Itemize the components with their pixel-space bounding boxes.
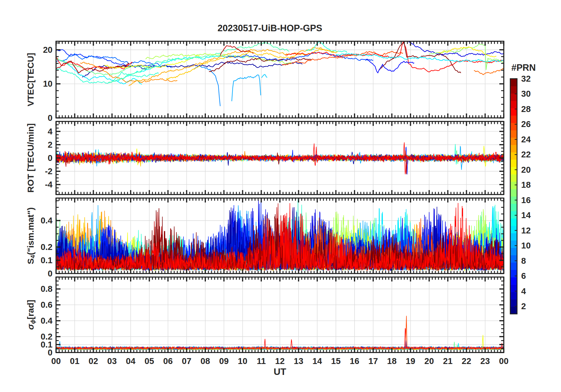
panel-rot: -4-2024	[45, 121, 504, 195]
colorbar-tick-label: 24	[521, 135, 531, 144]
colorbar-tick-label: 14	[521, 210, 531, 220]
colorbar-tick-label: 16	[521, 195, 531, 205]
panel-vtec: 01020	[43, 41, 504, 123]
y-tick-label-vtec: 10	[43, 79, 53, 88]
x-tick-label: 03	[107, 356, 117, 366]
colorbar-tick-label: 6	[521, 271, 526, 281]
colorbar-tick-label: 30	[521, 89, 531, 98]
y-tick-label-s4: 0.1	[41, 256, 53, 265]
y-tick-label-rot: 2	[48, 140, 53, 149]
scintillation-figure: 01020-4-202400.10.20.400.10.20.40.60.800…	[0, 0, 561, 392]
x-tick-label: 08	[201, 356, 210, 366]
panel-s4: 00.10.20.4	[41, 198, 504, 278]
vtec-series-prn-28	[56, 57, 132, 70]
phi-subscript: ϕ	[29, 319, 36, 324]
colorbar-label: #PRN	[506, 62, 541, 73]
sigma-units: [rad]	[26, 300, 36, 319]
x-axis-label: UT	[250, 366, 309, 377]
colorbar-tick-label: 10	[521, 241, 531, 250]
y-tick-label-vtec: 20	[43, 45, 53, 55]
x-tick-label: 11	[257, 356, 266, 366]
y-tick-label-s4: 0.4	[41, 216, 53, 225]
x-tick-label: 04	[126, 356, 135, 366]
x-tick-label: 21	[443, 356, 452, 366]
x-tick-label: 17	[368, 356, 378, 366]
s4-units: ("ism.mat")	[26, 207, 36, 255]
page-title: 20230517-UiB-HOP-GPS	[181, 23, 358, 34]
colorbar-tick-label: 12	[521, 226, 531, 235]
colorbar-tick-label: 8	[521, 256, 526, 266]
y-tick-label-vtec: 0	[48, 113, 53, 123]
x-tick-label: 10	[238, 356, 247, 366]
sigma-symbol: σ	[26, 324, 36, 330]
colorbar-tick-label: 18	[521, 180, 531, 190]
x-tick-label: 05	[145, 356, 154, 366]
colorbar-tick-label: 4	[521, 286, 526, 296]
vtec-series-prn-10	[232, 75, 261, 101]
y-tick-label-rot: -2	[45, 167, 53, 176]
y-tick-label-sigma-phi: 0.8	[41, 284, 53, 294]
y-tick-label-s4: 0	[48, 269, 53, 278]
x-tick-label: 13	[294, 356, 303, 366]
x-tick-label: 00	[51, 356, 61, 366]
x-tick-label: 00	[499, 356, 508, 366]
colorbar-tick-label: 22	[521, 150, 531, 159]
y-tick-label-rot: -4	[45, 180, 53, 189]
x-tick-label: 06	[163, 356, 173, 366]
colorbar-tick-label: 2	[521, 302, 526, 311]
x-tick-label: 23	[480, 356, 490, 366]
y-tick-label-s4: 0.2	[41, 242, 53, 252]
vtec-series-prn-12	[336, 53, 504, 62]
x-tick-label: 18	[387, 356, 396, 366]
x-tick-label: 02	[88, 356, 98, 366]
gridlines	[56, 277, 504, 353]
vtec-series-prn-25	[474, 69, 504, 75]
x-tick-label: 15	[331, 356, 341, 366]
y-tick-label-sigma-phi: 0.4	[41, 316, 53, 325]
vtec-series-prn-9	[194, 66, 220, 106]
y-axis-label-sigmaphi: σϕ[rad]	[24, 253, 37, 377]
x-tick-label: 07	[182, 356, 191, 366]
x-tick-label: 09	[219, 356, 229, 366]
x-tick-label: 22	[462, 356, 471, 366]
x-tick-label: 16	[350, 356, 359, 366]
chart-canvas: 01020-4-202400.10.20.400.10.20.40.60.800…	[0, 0, 561, 392]
vtec-series-prn-11	[262, 75, 267, 78]
vtec-series-prn-12	[56, 59, 142, 84]
colorbar-tick-label: 20	[521, 165, 531, 174]
vtec-series-prn-32	[209, 57, 312, 72]
colorbar: 2468101214161820222426283032	[510, 74, 531, 314]
vtec-series-prn-4	[409, 42, 504, 56]
colorbar-tick-label: 26	[521, 119, 531, 129]
x-tick-label: 19	[406, 356, 415, 366]
colorbar-tick-label: 32	[521, 74, 531, 83]
panel-sigma-phi: 00.10.20.40.60.8	[41, 277, 504, 357]
y-tick-label-rot: 4	[48, 127, 53, 136]
vtec-series-prn-23	[129, 47, 334, 86]
x-tick-label: 14	[312, 356, 322, 366]
colorbar-tick-label: 28	[521, 104, 531, 114]
y-tick-label-sigma-phi: 0.6	[41, 300, 53, 309]
x-tick-label: 20	[424, 356, 434, 366]
y-tick-label-sigma-phi: 0.2	[41, 332, 53, 341]
x-tick-label: 12	[275, 356, 285, 366]
x-tick-label: 01	[70, 356, 79, 366]
y-tick-label-rot: 0	[48, 153, 53, 163]
